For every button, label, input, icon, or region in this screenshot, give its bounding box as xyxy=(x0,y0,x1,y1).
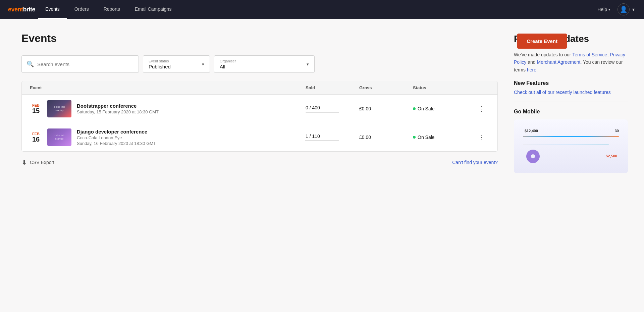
event-info-1: Bootstrapper conference Saturday, 15 Feb… xyxy=(77,103,159,114)
event-cell-2: FEB 16 clicks intostartup Django develop… xyxy=(30,128,306,146)
event-name-1[interactable]: Bootstrapper conference xyxy=(77,103,159,109)
help-label: Help xyxy=(597,7,607,12)
mobile-preview: $12,400 30 $2,500 xyxy=(514,119,628,173)
navbar: eventbrite Events Orders Reports Email C… xyxy=(0,0,644,19)
search-box: 🔍 xyxy=(21,55,139,73)
event-status-filter[interactable]: Event status Published ▾ xyxy=(143,55,210,73)
event-status-value: Published xyxy=(149,64,171,69)
events-table: Event Sold Gross Status FEB 15 xyxy=(21,81,498,152)
gross-cell-2: £0.00 xyxy=(359,135,413,140)
chart-line-2 xyxy=(523,145,609,145)
sold-cell-2: 1 / 110 xyxy=(306,134,359,141)
status-label-2: On Sale xyxy=(418,135,435,140)
organiser-label: Organiser xyxy=(220,59,236,63)
event-date-str-1: Saturday, 15 February 2020 at 18:30 GMT xyxy=(77,109,159,114)
here-link[interactable]: here xyxy=(527,67,536,72)
status-cell-1: On Sale xyxy=(413,106,473,111)
more-button-1[interactable]: ⋮ xyxy=(473,103,489,114)
search-icon: 🔍 xyxy=(26,60,34,68)
event-day-1: 15 xyxy=(32,107,40,114)
csv-export-label: CSV Export xyxy=(30,160,54,165)
new-features-link[interactable]: Check out all of our recently launched f… xyxy=(514,90,628,95)
navbar-right: Help ▾ 👤 ▾ xyxy=(594,3,636,15)
status-label-1: On Sale xyxy=(418,106,435,111)
event-status-label: Event status xyxy=(149,59,171,63)
help-button[interactable]: Help ▾ xyxy=(594,5,613,14)
event-thumb-2[interactable]: clicks intostartup xyxy=(47,128,71,146)
gross-cell-1: £0.00 xyxy=(359,106,413,111)
filters-row: 🔍 Event status Published ▾ Organiser All xyxy=(21,55,498,73)
event-thumb-1[interactable]: clicks intostartup xyxy=(47,100,71,117)
nav-link-email-campaigns[interactable]: Email Campaigns xyxy=(127,0,179,19)
new-features-title: New Features xyxy=(514,80,628,86)
col-event: Event xyxy=(30,85,306,90)
event-info-2: Django developer conference Coca-Cola Lo… xyxy=(77,129,156,146)
col-gross: Gross xyxy=(359,85,413,90)
logo[interactable]: eventbrite xyxy=(8,6,35,13)
user-icon-button[interactable]: 👤 xyxy=(618,3,630,15)
user-icon: 👤 xyxy=(620,6,627,13)
table-footer: ⬇ CSV Export Can't find your event? xyxy=(21,152,498,166)
col-status: Status xyxy=(413,85,473,90)
chart-value-3: $2,500 xyxy=(606,154,617,158)
tos-link[interactable]: Terms of Service xyxy=(572,52,607,57)
thumb-text-2: clicks intostartup xyxy=(52,133,67,142)
event-date-1: FEB 15 xyxy=(30,103,42,114)
col-sold: Sold xyxy=(306,85,359,90)
sidebar-divider xyxy=(514,102,628,102)
go-mobile-title: Go Mobile xyxy=(514,109,628,115)
merchant-agreement-link[interactable]: Merchant Agreement xyxy=(537,59,581,65)
event-day-2: 16 xyxy=(32,136,40,143)
chart-value-1: $12,400 xyxy=(525,129,538,133)
event-cell-1: FEB 15 clicks intostartup Bootstrapper c… xyxy=(30,100,306,117)
organiser-filter[interactable]: Organiser All ▾ xyxy=(214,55,315,73)
nav-links: Events Orders Reports Email Campaigns xyxy=(38,0,179,19)
col-actions xyxy=(473,85,489,90)
status-cell-2: On Sale xyxy=(413,135,473,140)
table-row: FEB 15 clicks intostartup Bootstrapper c… xyxy=(22,95,497,123)
nav-link-events[interactable]: Events xyxy=(38,0,67,19)
thumb-text-1: clicks intostartup xyxy=(52,104,67,114)
chart-value-2: 30 xyxy=(615,129,619,133)
nav-link-reports[interactable]: Reports xyxy=(96,0,127,19)
csv-export-link[interactable]: ⬇ CSV Export xyxy=(21,158,54,166)
sidebar-body-text: We've made updates to our Terms of Servi… xyxy=(514,51,628,73)
event-name-2[interactable]: Django developer conference xyxy=(77,129,156,135)
table-row: FEB 16 clicks intostartup Django develop… xyxy=(22,123,497,151)
event-date-str-2: Sunday, 16 February 2020 at 18:30 GMT xyxy=(77,141,156,146)
nav-link-orders[interactable]: Orders xyxy=(67,0,96,19)
help-chevron-icon: ▾ xyxy=(608,8,610,11)
status-dot-1 xyxy=(413,107,416,110)
search-input[interactable] xyxy=(37,61,134,67)
cant-find-link[interactable]: Can't find your event? xyxy=(452,160,498,165)
chart-line-1 xyxy=(523,136,619,137)
chart-donut-1 xyxy=(526,150,540,163)
table-header: Event Sold Gross Status xyxy=(22,81,497,95)
event-status-chevron-icon: ▾ xyxy=(202,62,204,67)
expand-button[interactable]: ▾ xyxy=(631,5,636,14)
organiser-chevron-icon: ▾ xyxy=(307,62,309,67)
more-button-2[interactable]: ⋮ xyxy=(473,132,489,143)
chart-mock: $12,400 30 $2,500 xyxy=(520,126,622,166)
sold-cell-1: 0 / 400 xyxy=(306,105,359,113)
csv-download-icon: ⬇ xyxy=(21,158,27,166)
sidebar: Product Updates We've made updates to ou… xyxy=(514,32,628,173)
organiser-value: All xyxy=(220,64,236,69)
page-title: Events xyxy=(21,32,498,45)
event-venue-2: Coca-Cola London Eye xyxy=(77,135,156,140)
create-event-button[interactable]: Create Event xyxy=(517,34,567,49)
main-content: Events 🔍 Event status Published ▾ Organ xyxy=(21,32,498,173)
status-dot-2 xyxy=(413,136,416,139)
event-date-2: FEB 16 xyxy=(30,132,42,143)
